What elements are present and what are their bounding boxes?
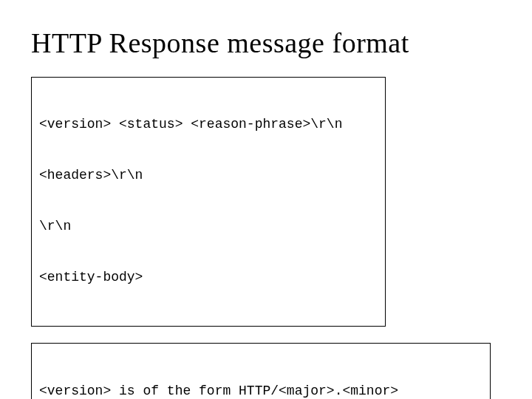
slide: HTTP Response message format <version> <…: [0, 0, 532, 399]
description-box: <version> is of the form HTTP/<major>.<m…: [31, 343, 491, 399]
syntax-line: \r\n: [39, 218, 378, 235]
syntax-line: <headers>\r\n: [39, 167, 378, 184]
syntax-line: <entity-body>: [39, 269, 378, 286]
syntax-box: <version> <status> <reason-phrase>\r\n <…: [31, 77, 386, 327]
page-title: HTTP Response message format: [31, 27, 501, 59]
description-line: <version> is of the form HTTP/<major>.<m…: [39, 383, 482, 400]
syntax-line: <version> <status> <reason-phrase>\r\n: [39, 116, 378, 133]
